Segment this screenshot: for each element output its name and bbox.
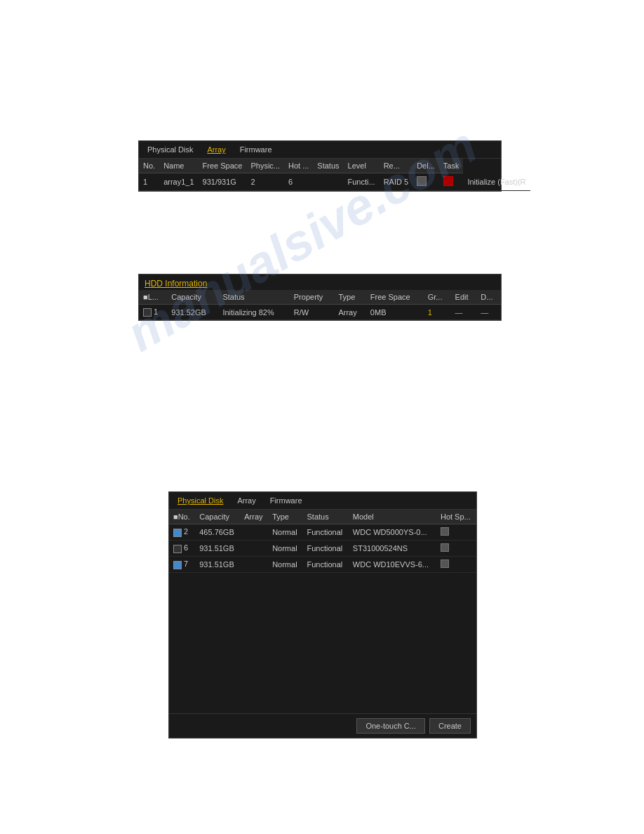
array-row-1: 1 array1_1 931/931G 2 6 Functi... RAID 5… <box>139 173 530 191</box>
pd-checkbox-6[interactable] <box>173 545 182 553</box>
pd-row7-array <box>240 557 268 573</box>
pd-row2-model: WDC WD5000YS-0... <box>349 524 436 541</box>
hdd-row1-capacity: 931.52GB <box>167 305 218 320</box>
pd-row2-array <box>240 524 268 541</box>
pd-row6-model: ST31000524NS <box>349 541 436 557</box>
pd-row2-capacity: 465.76GB <box>195 524 240 541</box>
row1-no: 1 <box>139 173 159 191</box>
pd-row2-check[interactable]: 2 <box>169 524 195 541</box>
pd-row7-hot-icon[interactable] <box>441 560 449 568</box>
pd-col-array: Array <box>240 510 268 524</box>
hdd-col-l: ■L... <box>139 290 167 305</box>
hdd-row1-no: 1 <box>154 307 158 316</box>
panel1-tab-array[interactable]: Array <box>204 144 228 155</box>
pd-checkbox-7[interactable] <box>173 561 182 569</box>
col-physic: Physic... <box>246 159 284 173</box>
pd-row7-capacity: 931.51GB <box>195 557 240 573</box>
panel3-tab-array[interactable]: Array <box>234 495 258 506</box>
pd-row7-type: Normal <box>268 557 302 573</box>
pd-row7-no: 7 <box>184 560 188 568</box>
panel3-tab-bar: Physical Disk Array Firmware <box>169 492 476 510</box>
pd-row7-model: WDC WD10EVVS-6... <box>349 557 436 573</box>
row1-edit-icon[interactable] <box>412 173 439 191</box>
hdd-row-1: 1 931.52GB Initializing 82% R/W Array 0M… <box>139 305 501 320</box>
pd-row2-type: Normal <box>268 524 302 541</box>
hdd-row1-del[interactable]: — <box>476 305 501 320</box>
hdd-row1-edit[interactable]: — <box>451 305 477 320</box>
pd-row6-hot-icon[interactable] <box>441 543 449 552</box>
pd-row7-status: Functional <box>303 557 349 573</box>
row1-physic: 2 <box>246 173 284 191</box>
col-free-space: Free Space <box>199 159 247 173</box>
hdd-col-d: D... <box>476 290 501 305</box>
row1-free-space: 931/931G <box>199 173 247 191</box>
pd-col-type: Type <box>268 510 302 524</box>
pd-col-hot: Hot Sp... <box>436 510 476 524</box>
col-del: Del... <box>412 159 439 173</box>
panel1-tab-firmware[interactable]: Firmware <box>237 144 275 155</box>
pd-row6-type: Normal <box>268 541 302 557</box>
create-button[interactable]: Create <box>429 718 471 734</box>
hdd-row1-status: Initializing 82% <box>218 305 289 320</box>
col-level: Level <box>344 159 380 173</box>
hdd-panel: HDD Information ■L... Capacity Status Pr… <box>138 274 502 321</box>
hdd-col-edit: Edit <box>451 290 477 305</box>
pd-row2-no: 2 <box>184 527 188 536</box>
hdd-col-free-space: Free Space <box>366 290 424 305</box>
row1-level: RAID 5 <box>380 173 412 191</box>
pd-row2-status: Functional <box>303 524 349 541</box>
col-hot: Hot ... <box>284 159 313 173</box>
pd-col-status: Status <box>303 510 349 524</box>
row1-hot: 6 <box>284 173 313 191</box>
pd-row-6: 6 931.51GB Normal Functional ST31000524N… <box>169 541 476 557</box>
hdd-row1-free-space: 0MB <box>366 305 424 320</box>
pd-row-7: 7 931.51GB Normal Functional WDC WD10EVV… <box>169 557 476 573</box>
panel1-tab-physical-disk[interactable]: Physical Disk <box>145 144 196 155</box>
col-status: Status <box>313 159 343 173</box>
array-table-header-row: No. Name Free Space Physic... Hot ... St… <box>139 159 530 173</box>
hdd-col-type: Type <box>334 290 365 305</box>
hdd-checkbox-1[interactable] <box>143 308 152 317</box>
hdd-row1-check[interactable]: 1 <box>139 305 167 320</box>
pd-row6-array <box>240 541 268 557</box>
row1-task: Initialize (Fast)(R <box>463 173 530 191</box>
pd-row6-no: 6 <box>184 543 188 552</box>
pd-row2-hot[interactable] <box>436 524 476 541</box>
physical-disk-header-row: ■No. Capacity Array Type Status Model Ho… <box>169 510 476 524</box>
pd-col-no: ■No. <box>169 510 195 524</box>
pd-row2-hot-icon[interactable] <box>441 527 449 536</box>
pd-checkbox-2[interactable] <box>173 529 182 537</box>
pd-row6-hot[interactable] <box>436 541 476 557</box>
hdd-title: HDD Information <box>139 274 501 290</box>
row1-del-icon[interactable] <box>439 173 464 191</box>
pd-row6-check[interactable]: 6 <box>169 541 195 557</box>
hdd-col-gr: Gr... <box>424 290 451 305</box>
panel3-tab-physical-disk[interactable]: Physical Disk <box>175 495 226 506</box>
one-touch-button[interactable]: One-touch C... <box>356 718 425 734</box>
panel3-tab-firmware[interactable]: Firmware <box>267 495 305 506</box>
col-no: No. <box>139 159 159 173</box>
row1-name: array1_1 <box>159 173 198 191</box>
bottom-buttons: One-touch C... Create <box>169 713 476 738</box>
pd-row-2: 2 465.76GB Normal Functional WDC WD5000Y… <box>169 524 476 541</box>
row1-status: Functi... <box>344 173 380 191</box>
hdd-row1-property: R/W <box>290 305 335 320</box>
pd-row7-check[interactable]: 7 <box>169 557 195 573</box>
pd-row7-hot[interactable] <box>436 557 476 573</box>
pd-row6-status: Functional <box>303 541 349 557</box>
hdd-row1-type: Array <box>334 305 365 320</box>
array-table: No. Name Free Space Physic... Hot ... St… <box>139 159 530 191</box>
hdd-header-row: ■L... Capacity Status Property Type Free… <box>139 290 501 305</box>
hdd-col-status: Status <box>218 290 289 305</box>
col-task: Task <box>439 159 464 173</box>
physical-disk-panel: Physical Disk Array Firmware ■No. Capaci… <box>168 491 477 739</box>
hdd-col-capacity: Capacity <box>167 290 218 305</box>
pd-row6-capacity: 931.51GB <box>195 541 240 557</box>
col-name: Name <box>159 159 198 173</box>
hdd-col-property: Property <box>290 290 335 305</box>
pd-col-capacity: Capacity <box>195 510 240 524</box>
panel1-tab-bar: Physical Disk Array Firmware <box>139 141 501 159</box>
physical-disk-table: ■No. Capacity Array Type Status Model Ho… <box>169 510 476 573</box>
col-re: Re... <box>380 159 412 173</box>
array-panel: Physical Disk Array Firmware No. Name Fr… <box>138 140 502 192</box>
